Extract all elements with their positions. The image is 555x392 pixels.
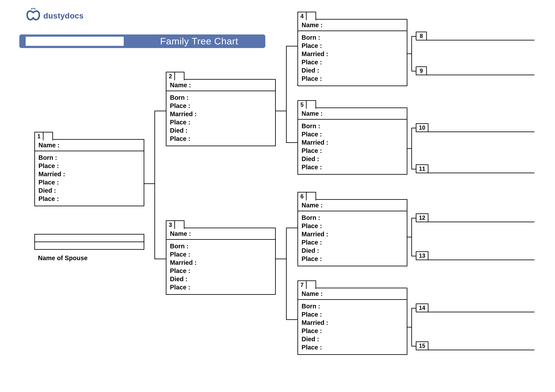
connector [154,111,155,259]
field-born: Born : [38,153,140,162]
field-name: Name : [298,288,407,300]
person-box-1[interactable]: 1 Name : Born : Place : Married : Place … [34,139,144,206]
ancestor-number: 8 [416,32,427,41]
brand-logo: dustydocs [25,8,84,24]
person-number: 7 [298,281,307,289]
field-place3: Place : [301,343,403,351]
person-tab-4: 4 [297,12,316,20]
field-died: Died : [301,155,403,163]
connector [144,183,155,184]
field-place3: Place : [170,135,272,143]
field-married: Married : [301,230,403,238]
connector [411,128,416,128]
ancestor-number: 15 [416,342,428,350]
ancestor-number: 9 [416,66,427,75]
connector [276,111,286,111]
field-born: Born : [170,93,272,102]
page-title: Family Tree Chart [160,36,238,47]
connector [286,46,287,143]
field-place: Place : [301,222,403,230]
connector [286,228,297,228]
ancestor-number: 10 [416,123,428,132]
person-box-4[interactable]: 4 Name : Born : Place : Married : Place … [297,19,407,86]
field-married: Married : [301,50,403,58]
connector [276,259,286,259]
person-number: 4 [298,12,307,20]
connector [154,259,166,259]
ancestor-number: 13 [416,251,428,260]
person-tab-3: 3 [166,220,184,229]
field-born: Born : [170,242,272,250]
field-born: Born : [301,122,403,130]
connector [411,346,416,347]
field-place: Place : [170,102,272,110]
title-bar: Family Tree Chart [19,35,265,48]
connector [411,36,416,37]
person-number: 3 [167,221,175,229]
page: dustydocs Family Tree Chart 1 Name : Bor… [0,0,555,392]
svg-point-1 [33,8,34,9]
field-name: Name : [167,80,275,91]
connector [286,46,297,46]
connector [411,308,412,347]
field-born: Born : [301,214,403,222]
field-place2: Place : [301,58,403,66]
person-box-6[interactable]: 6 Name : Born : Place : Married : Place … [297,199,407,266]
field-place: Place : [301,130,403,138]
person-number: 6 [298,192,307,200]
person-tab-7: 7 [297,280,316,289]
field-married: Married : [170,258,272,267]
field-married: Married : [38,170,140,178]
person-box-3[interactable]: 3 Name : Born : Place : Married : Place … [166,228,276,295]
field-name: Name : [167,228,275,240]
person-number: 5 [298,101,307,109]
field-born: Born : [301,33,403,42]
field-place2: Place : [170,267,272,275]
spouse-label: Name of Spouse [38,255,88,262]
person-box-7[interactable]: 7 Name : Born : Place : Married : Place … [297,288,407,355]
field-place: Place : [38,162,140,170]
connector [407,53,412,54]
field-married: Married : [301,138,403,147]
connector [411,71,416,71]
svg-point-0 [31,8,32,9]
connector [411,218,416,218]
connector [411,308,416,308]
field-name: Name : [298,20,407,31]
field-died: Died : [301,246,403,255]
connector [286,319,297,320]
person-box-2[interactable]: 2 Name : Born : Place : Married : Place … [166,79,276,146]
field-place: Place : [170,250,272,258]
field-died: Died : [170,126,272,135]
field-place2: Place : [170,118,272,126]
ancestor-number: 14 [416,304,428,312]
connector [286,228,287,320]
connector [407,148,412,149]
field-place3: Place : [170,283,272,291]
connector [286,142,297,143]
title-input-slot[interactable] [26,37,124,46]
connector [411,218,412,256]
field-place: Place : [301,310,403,319]
person-tab-6: 6 [297,192,316,200]
field-died: Died : [170,275,272,283]
connector [407,237,412,237]
person-box-5[interactable]: 5 Name : Born : Place : Married : Place … [297,107,407,175]
svg-point-2 [34,8,36,9]
field-place3: Place : [301,163,403,171]
connector [411,256,416,256]
field-died: Died : [301,66,403,74]
field-died: Died : [38,186,140,195]
field-place2: Place : [301,147,403,155]
field-place2: Place : [301,238,403,246]
connector [411,36,412,71]
person-tab-5: 5 [297,100,316,109]
field-place3: Place : [301,255,403,263]
spouse-box[interactable] [34,234,144,250]
connector [407,327,412,328]
connector [411,128,412,170]
field-place: Place : [301,42,403,50]
field-died: Died : [301,335,403,343]
person-number: 2 [167,72,175,80]
field-married: Married : [170,110,272,118]
